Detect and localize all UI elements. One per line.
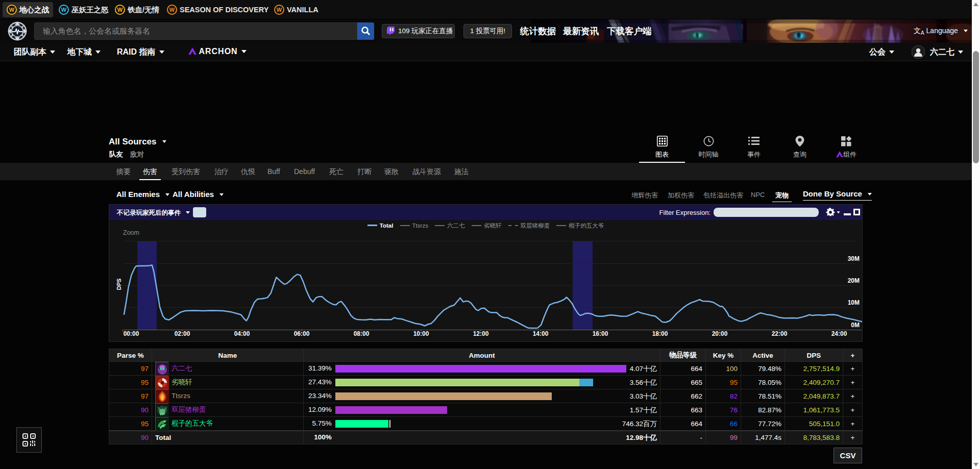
svg-text:08:00: 08:00: [354, 330, 370, 337]
svg-text:06:00: 06:00: [294, 330, 310, 337]
svg-text:10:00: 10:00: [413, 330, 429, 337]
svg-text:02:00: 02:00: [175, 330, 190, 337]
svg-text:20M: 20M: [848, 277, 860, 284]
svg-text:20:00: 20:00: [712, 330, 728, 337]
svg-text:18:00: 18:00: [652, 330, 668, 337]
svg-text:04:00: 04:00: [234, 330, 250, 337]
svg-text:30M: 30M: [848, 255, 860, 262]
svg-text:22:00: 22:00: [772, 330, 788, 337]
svg-text:12:00: 12:00: [473, 330, 489, 337]
svg-text:14:00: 14:00: [533, 330, 549, 337]
svg-text:24:00: 24:00: [831, 330, 847, 337]
svg-text:16:00: 16:00: [593, 330, 608, 337]
svg-text:00:00: 00:00: [124, 330, 139, 337]
svg-text:10M: 10M: [848, 299, 860, 306]
svg-text:0M: 0M: [851, 322, 860, 329]
